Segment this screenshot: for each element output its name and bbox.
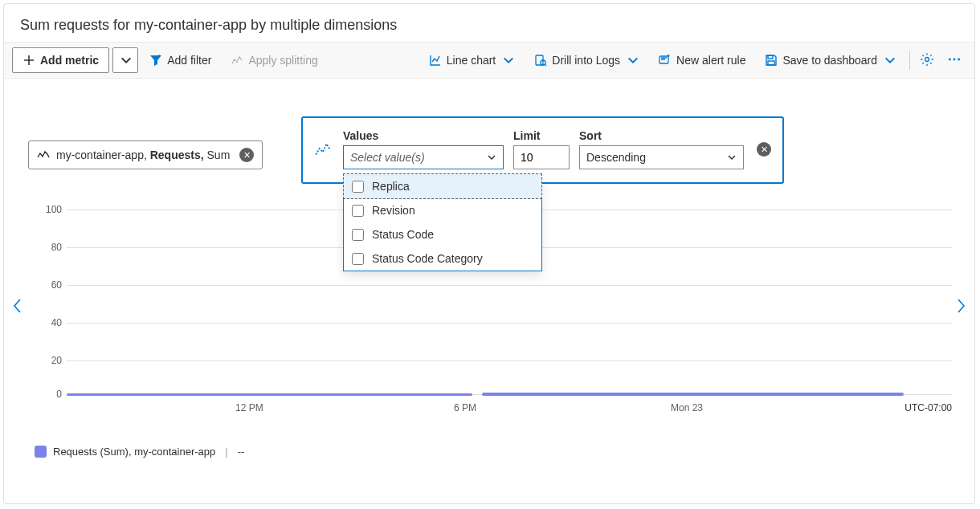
legend-swatch [35, 446, 47, 458]
line-chart-label: Line chart [447, 54, 496, 67]
sort-select[interactable]: Descending [579, 145, 744, 169]
chevron-down-icon [727, 153, 737, 162]
y-tick: 20 [41, 355, 62, 366]
save-dashboard-button[interactable]: Save to dashboard [757, 49, 904, 71]
add-metric-dropdown-button[interactable] [112, 47, 138, 73]
option-revision[interactable]: Revision [344, 198, 541, 222]
add-filter-label: Add filter [167, 54, 211, 67]
y-tick: 100 [41, 204, 62, 215]
filter-icon [149, 54, 162, 67]
add-metric-label: Add metric [40, 54, 99, 67]
limit-label: Limit [513, 129, 570, 142]
series-line [67, 393, 472, 396]
option-status-code[interactable]: Status Code [344, 222, 541, 246]
splitting-panel: Values Select value(s) Replica Revision … [301, 116, 784, 184]
chip-resource: my-container-app, [56, 149, 150, 161]
drill-logs-label: Drill into Logs [552, 54, 620, 67]
option-status-code-category[interactable]: Status Code Category [344, 246, 541, 271]
remove-metric-icon[interactable]: ✕ [239, 148, 254, 162]
y-tick: 0 [41, 389, 62, 400]
apply-splitting-label: Apply splitting [248, 54, 317, 67]
alert-icon [659, 54, 672, 67]
svg-point-6 [949, 58, 951, 60]
add-metric-button[interactable]: Add metric [12, 47, 109, 73]
more-icon[interactable] [942, 47, 966, 74]
page-title: Sum requests for my-container-app by mul… [20, 17, 397, 34]
checkbox[interactable] [352, 253, 364, 265]
split-panel-icon [314, 140, 332, 158]
save-icon [765, 54, 778, 67]
values-placeholder: Select value(s) [350, 151, 425, 164]
y-tick: 80 [41, 242, 62, 253]
checkbox[interactable] [352, 205, 364, 217]
chip-agg: Sum [207, 149, 231, 161]
checkbox[interactable] [352, 229, 364, 241]
checkbox[interactable] [352, 181, 364, 193]
chip-metric: Requests, [150, 149, 207, 161]
option-label: Status Code [372, 228, 434, 241]
drill-logs-button[interactable]: Drill into Logs [526, 49, 647, 71]
timezone-label: UTC-07:00 [904, 402, 952, 413]
y-tick: 40 [41, 317, 62, 328]
limit-input[interactable] [513, 145, 570, 169]
new-alert-button[interactable]: New alert rule [651, 49, 753, 71]
add-filter-button[interactable]: Add filter [141, 49, 219, 71]
logs-icon [534, 54, 547, 67]
option-label: Status Code Category [372, 252, 483, 265]
next-chart-icon[interactable] [952, 295, 970, 321]
sparkline-icon [37, 150, 50, 160]
option-label: Revision [372, 204, 415, 217]
splitting-icon [231, 54, 243, 67]
legend-label: Requests (Sum), my-container-app [53, 446, 215, 458]
line-chart-button[interactable]: Line chart [421, 49, 523, 71]
option-replica[interactable]: Replica [343, 173, 542, 199]
legend-value: -- [238, 446, 245, 458]
y-tick: 60 [41, 279, 62, 291]
separator [909, 51, 910, 70]
prev-chart-icon[interactable] [9, 295, 27, 321]
values-dropdown: Replica Revision Status Code Status Code… [343, 174, 542, 271]
settings-icon[interactable] [915, 47, 939, 74]
legend: Requests (Sum), my-container-app | -- [35, 446, 244, 458]
svg-point-7 [953, 58, 956, 60]
option-label: Replica [372, 180, 410, 193]
svg-point-8 [958, 58, 960, 60]
apply-splitting-button: Apply splitting [223, 49, 325, 71]
metric-chip[interactable]: my-container-app, Requests, Sum ✕ [28, 140, 263, 169]
sort-value: Descending [586, 151, 646, 164]
svg-rect-3 [768, 55, 773, 59]
values-select[interactable]: Select value(s) [343, 145, 504, 169]
values-label: Values [343, 129, 504, 142]
svg-rect-4 [768, 61, 774, 65]
x-tick: 6 PM [454, 402, 476, 413]
svg-point-5 [925, 57, 929, 61]
plus-icon [22, 54, 35, 67]
remove-split-icon[interactable]: ✕ [757, 142, 771, 157]
x-tick: 12 PM [235, 402, 263, 413]
new-alert-label: New alert rule [676, 54, 745, 67]
sort-label: Sort [579, 129, 744, 142]
save-dashboard-label: Save to dashboard [782, 54, 877, 67]
series-line [482, 393, 904, 396]
chevron-down-icon [487, 153, 496, 162]
x-tick: Mon 23 [671, 402, 703, 413]
toolbar: Add metric Add filter Apply splitting Li… [4, 42, 974, 79]
chart-icon [429, 54, 442, 67]
